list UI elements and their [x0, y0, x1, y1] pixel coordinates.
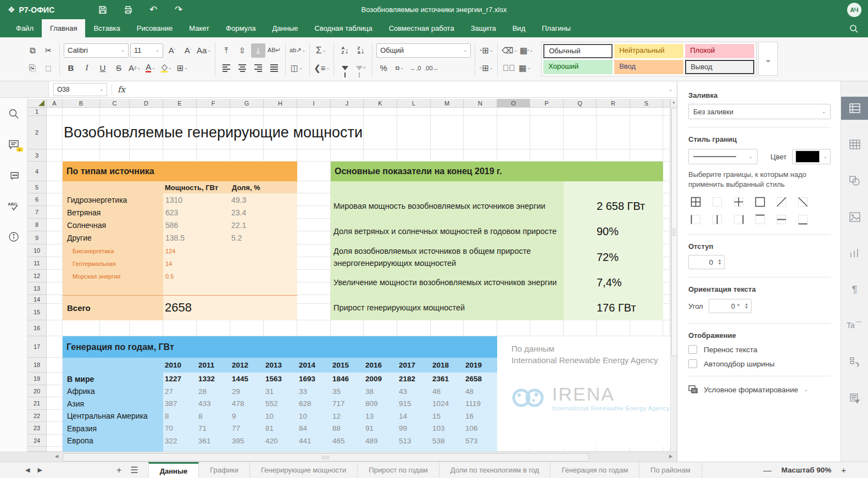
- row-header-10[interactable]: 10: [27, 244, 47, 257]
- grid-cell[interactable]: [47, 385, 63, 397]
- grid-cell[interactable]: [297, 295, 331, 304]
- insert-cells-button[interactable]: +⊞⌄: [479, 43, 493, 58]
- generation-value[interactable]: 2009: [364, 373, 397, 385]
- generation-value[interactable]: 513: [397, 435, 431, 447]
- grid-cell[interactable]: [431, 149, 464, 162]
- generation-value[interactable]: 16: [464, 410, 497, 422]
- column-header-H[interactable]: H: [264, 99, 297, 108]
- grid-cell[interactable]: [630, 447, 663, 452]
- grid-cell[interactable]: [663, 320, 670, 336]
- generation-value[interactable]: 48: [464, 385, 497, 397]
- grid-cell[interactable]: [331, 320, 364, 336]
- grid-cell[interactable]: [163, 320, 197, 336]
- generation-value[interactable]: 420: [264, 435, 297, 447]
- menu-tab-Защита[interactable]: Защита: [463, 19, 504, 37]
- inner-horizontal-border-button[interactable]: [774, 212, 788, 226]
- format-painter-button[interactable]: ▭⃫: [502, 61, 516, 75]
- grid-cell[interactable]: [663, 447, 670, 452]
- generation-value[interactable]: 489: [364, 435, 397, 447]
- grid-cell[interactable]: [364, 320, 397, 336]
- filter-button[interactable]: [338, 61, 352, 75]
- italic-button[interactable]: I: [80, 61, 94, 75]
- grid-cell[interactable]: [297, 219, 331, 231]
- shape-settings-icon[interactable]: [841, 169, 868, 192]
- generation-year[interactable]: 2015: [331, 358, 364, 373]
- grid-cell[interactable]: [630, 116, 663, 149]
- column-header-C[interactable]: C: [100, 99, 130, 108]
- generation-row-name[interactable]: В мире: [63, 373, 163, 385]
- generation-value[interactable]: 1693: [297, 373, 331, 385]
- row-header-12[interactable]: 12: [27, 270, 47, 282]
- generation-value[interactable]: 361: [197, 435, 230, 447]
- grid-cell[interactable]: [630, 149, 663, 162]
- conditional-formatting-button[interactable]: ▦›⌄: [519, 43, 533, 58]
- generation-value[interactable]: 573: [464, 435, 497, 447]
- align-middle-button[interactable]: ⇳: [235, 43, 249, 58]
- scroll-left-icon[interactable]: ◀: [55, 454, 58, 459]
- increase-font-button[interactable]: Aˆ: [165, 43, 179, 58]
- generation-row-name[interactable]: Африка: [63, 385, 163, 397]
- change-case-button[interactable]: Aa⌄: [197, 43, 211, 58]
- row-header-4[interactable]: 4: [27, 162, 47, 181]
- grid-cell[interactable]: [47, 447, 63, 452]
- grid-cell[interactable]: [663, 181, 670, 193]
- grid-cell[interactable]: [564, 149, 597, 162]
- row-header-7[interactable]: 7: [27, 206, 47, 219]
- angle-spinner[interactable]: 0 ° ▲▼: [709, 299, 752, 313]
- grid-cell[interactable]: [663, 257, 670, 270]
- add-sheet-button[interactable]: +: [116, 465, 121, 475]
- diagonal-up-button[interactable]: [774, 194, 788, 209]
- cell-settings-icon[interactable]: [841, 97, 868, 120]
- column-header-J[interactable]: J: [331, 99, 364, 108]
- grid-cell[interactable]: [163, 108, 197, 116]
- grid-cell[interactable]: [397, 149, 431, 162]
- generation-year[interactable]: 2014: [297, 358, 331, 373]
- generation-value[interactable]: 31: [264, 385, 297, 397]
- row-header-14[interactable]: 14: [27, 295, 47, 304]
- row-header-11[interactable]: 11: [27, 257, 47, 270]
- grid-cell[interactable]: [297, 231, 331, 244]
- find-icon[interactable]: [7, 107, 21, 121]
- generation-value[interactable]: 91: [364, 422, 397, 435]
- grid-cell[interactable]: [530, 320, 564, 336]
- zoom-out-button[interactable]: —: [763, 465, 771, 475]
- grid-cell[interactable]: [297, 193, 331, 206]
- row-header-1[interactable]: 1: [27, 108, 47, 116]
- generation-value[interactable]: 12: [331, 410, 364, 422]
- generation-row-name[interactable]: Евразия: [63, 422, 163, 435]
- cell-style-Вывод[interactable]: Вывод: [685, 60, 754, 74]
- column-header-M[interactable]: M: [431, 99, 464, 108]
- indicator-label[interactable]: Доля ветряных и солнечных мощностей в го…: [331, 219, 564, 244]
- generation-value[interactable]: 10: [264, 410, 297, 422]
- horizontal-scrollbar[interactable]: ◀ ▶: [0, 452, 677, 462]
- underline-button[interactable]: U: [96, 61, 110, 75]
- grid-cell[interactable]: [230, 108, 264, 116]
- grid-cell[interactable]: [47, 162, 63, 181]
- all-borders-button[interactable]: [688, 194, 703, 209]
- format-as-table-button[interactable]: ▦⌄: [518, 61, 532, 75]
- autosum-button[interactable]: Σ⌄: [314, 43, 328, 58]
- menu-tab-Вид[interactable]: Вид: [504, 19, 534, 37]
- next-sheet-icon[interactable]: ▶: [37, 466, 42, 474]
- grid-cell[interactable]: [331, 149, 364, 162]
- chat-icon[interactable]: [7, 168, 21, 182]
- grid-cell[interactable]: [47, 397, 63, 410]
- grid-cell[interactable]: [663, 270, 670, 282]
- generation-value[interactable]: 88: [331, 422, 364, 435]
- types-row-name[interactable]: Солнечная: [63, 219, 163, 231]
- grid-cell[interactable]: [47, 304, 63, 320]
- right-border-button[interactable]: [731, 212, 745, 226]
- grid-cell[interactable]: [297, 149, 331, 162]
- prev-sheet-icon[interactable]: ◀: [25, 466, 30, 474]
- fill-color-button[interactable]: ◇⌄: [159, 61, 174, 75]
- sheet-tab-Графики[interactable]: Графики: [199, 462, 250, 478]
- grid-cell[interactable]: [564, 320, 597, 336]
- types-row-power[interactable]: 138.5: [163, 231, 230, 244]
- generation-year[interactable]: 2013: [264, 358, 297, 373]
- grid-cell[interactable]: [464, 320, 497, 336]
- increase-decimal-button[interactable]: .00→: [424, 61, 438, 75]
- sheet-tab-Генерация по годам[interactable]: Генерация по годам: [550, 462, 639, 478]
- save-icon[interactable]: [90, 5, 115, 15]
- sheet-tab-Прирост по годам[interactable]: Прирост по годам: [358, 462, 439, 478]
- types-subrow-name[interactable]: Геотермальная: [63, 257, 163, 270]
